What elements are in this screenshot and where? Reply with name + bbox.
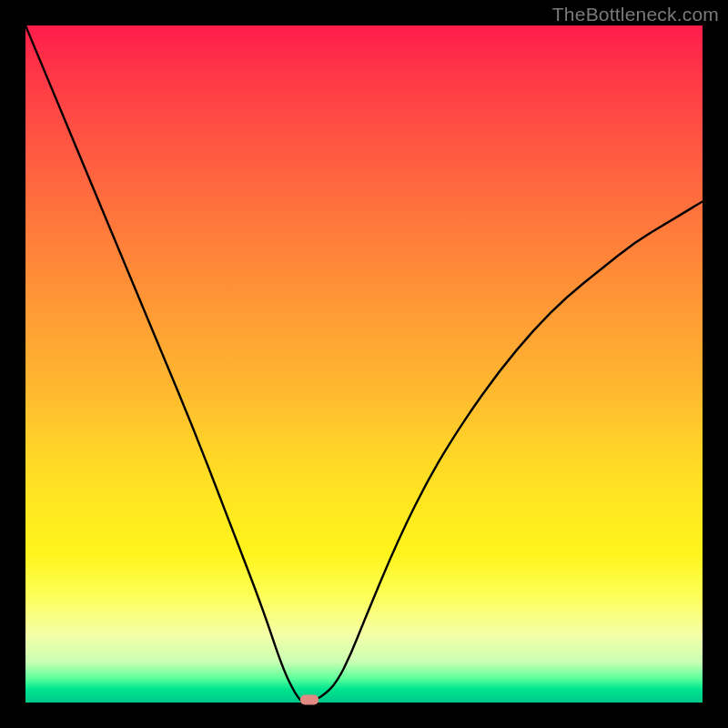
plot-area — [25, 25, 703, 703]
optimal-marker — [300, 695, 318, 705]
bottleneck-curve-path — [25, 25, 703, 703]
bottleneck-curve-svg — [25, 25, 703, 703]
chart-frame: TheBottleneck.com — [0, 0, 728, 728]
watermark-text: TheBottleneck.com — [552, 4, 719, 25]
